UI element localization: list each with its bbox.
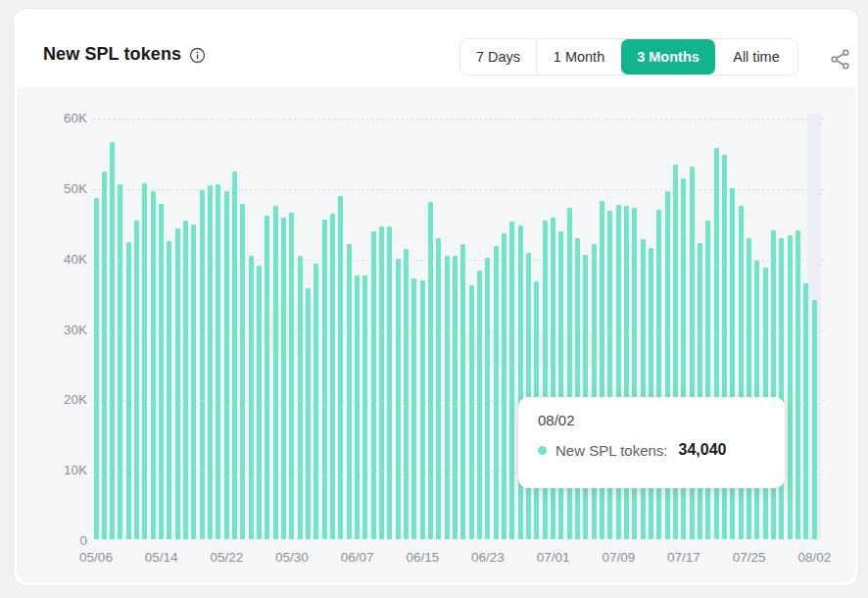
- bar[interactable]: [175, 228, 180, 540]
- bar[interactable]: [428, 202, 433, 539]
- bar[interactable]: [371, 231, 376, 539]
- bar[interactable]: [656, 210, 661, 539]
- bar[interactable]: [649, 248, 653, 539]
- bar[interactable]: [436, 238, 441, 539]
- card-header: New SPL tokens 7 Days 1 Month 3 Months A…: [14, 9, 858, 87]
- bar[interactable]: [771, 230, 776, 539]
- bar[interactable]: [224, 191, 229, 539]
- bar[interactable]: [232, 172, 237, 539]
- bar[interactable]: [558, 231, 563, 539]
- bar[interactable]: [330, 214, 335, 539]
- bar[interactable]: [803, 283, 808, 540]
- range-button-all-time[interactable]: All time: [715, 39, 797, 75]
- bar[interactable]: [216, 184, 220, 539]
- bar[interactable]: [543, 221, 548, 539]
- bar[interactable]: [445, 256, 450, 540]
- bar[interactable]: [469, 285, 474, 539]
- bar[interactable]: [362, 275, 367, 539]
- range-button-7-days[interactable]: 7 Days: [460, 39, 536, 75]
- bar[interactable]: [379, 226, 384, 539]
- bar[interactable]: [526, 253, 531, 539]
- title-wrap: New SPL tokens: [43, 44, 206, 65]
- bar[interactable]: [509, 222, 514, 539]
- bar[interactable]: [265, 216, 269, 539]
- range-button-1-month[interactable]: 1 Month: [536, 39, 621, 75]
- bar[interactable]: [94, 198, 99, 539]
- x-tick-label: 05/30: [275, 550, 309, 565]
- bar[interactable]: [632, 208, 637, 539]
- bar[interactable]: [151, 191, 156, 539]
- bar[interactable]: [592, 244, 597, 539]
- y-tick-label: 50K: [41, 181, 87, 197]
- bar[interactable]: [739, 206, 744, 540]
- bar[interactable]: [126, 242, 131, 539]
- share-nodes-icon[interactable]: [829, 48, 851, 71]
- bar[interactable]: [494, 246, 499, 539]
- page-title: New SPL tokens: [43, 44, 181, 65]
- bar[interactable]: [167, 241, 171, 539]
- bar[interactable]: [404, 249, 409, 539]
- y-tick-label: 0: [41, 533, 87, 549]
- bar[interactable]: [191, 224, 196, 539]
- bar[interactable]: [411, 278, 416, 539]
- bar[interactable]: [641, 239, 646, 539]
- bar[interactable]: [118, 184, 122, 539]
- bar[interactable]: [142, 183, 147, 539]
- bar[interactable]: [159, 204, 164, 539]
- bar[interactable]: [298, 256, 303, 540]
- x-tick-label: 06/15: [406, 550, 439, 565]
- bar[interactable]: [289, 213, 294, 539]
- tooltip-row: New SPL tokens: 34,040: [538, 441, 765, 459]
- tooltip-value: 34,040: [679, 441, 727, 459]
- bar[interactable]: [306, 288, 311, 539]
- bar[interactable]: [281, 218, 286, 539]
- x-tick-label: 06/23: [471, 550, 505, 565]
- bar[interactable]: [134, 221, 139, 539]
- bar[interactable]: [257, 266, 262, 539]
- range-button-3-months[interactable]: 3 Months: [621, 39, 715, 75]
- bar[interactable]: [796, 230, 800, 539]
- bar[interactable]: [355, 275, 360, 539]
- bar[interactable]: [208, 185, 213, 539]
- series-color-dot: [538, 446, 547, 455]
- bar[interactable]: [420, 280, 425, 539]
- x-tick-label: 07/01: [537, 550, 570, 565]
- bar[interactable]: [249, 256, 254, 539]
- bar[interactable]: [607, 211, 612, 540]
- bar[interactable]: [485, 258, 490, 539]
- bar[interactable]: [273, 206, 278, 540]
- bar[interactable]: [200, 190, 205, 539]
- bar[interactable]: [347, 244, 352, 539]
- bar[interactable]: [575, 238, 580, 539]
- bar[interactable]: [110, 142, 115, 539]
- bar[interactable]: [322, 220, 327, 539]
- info-circle-icon[interactable]: [189, 47, 206, 64]
- bar[interactable]: [338, 196, 343, 540]
- bar[interactable]: [788, 235, 793, 539]
- chart-tooltip: 08/02 New SPL tokens: 34,040: [518, 397, 785, 488]
- tooltip-date: 08/02: [538, 412, 765, 428]
- bar[interactable]: [477, 271, 482, 539]
- bar[interactable]: [453, 256, 458, 539]
- bar[interactable]: [779, 238, 784, 539]
- bar[interactable]: [396, 259, 401, 539]
- tooltip-series-label: New SPL tokens:: [555, 442, 668, 459]
- bar[interactable]: [387, 226, 392, 539]
- bar[interactable]: [567, 208, 572, 539]
- bar[interactable]: [240, 204, 245, 539]
- bar[interactable]: [518, 225, 523, 539]
- new-spl-tokens-card: New SPL tokens 7 Days 1 Month 3 Months A…: [13, 8, 859, 586]
- bar[interactable]: [616, 205, 621, 539]
- bar[interactable]: [183, 221, 188, 539]
- bar[interactable]: [460, 244, 465, 539]
- bar[interactable]: [812, 300, 817, 540]
- bar[interactable]: [551, 218, 555, 539]
- bar[interactable]: [747, 238, 751, 539]
- bar[interactable]: [102, 172, 107, 539]
- bar[interactable]: [705, 221, 710, 539]
- bar[interactable]: [624, 206, 629, 540]
- bar[interactable]: [502, 233, 506, 540]
- bar[interactable]: [600, 201, 604, 539]
- bar[interactable]: [313, 264, 318, 539]
- bar[interactable]: [698, 243, 702, 539]
